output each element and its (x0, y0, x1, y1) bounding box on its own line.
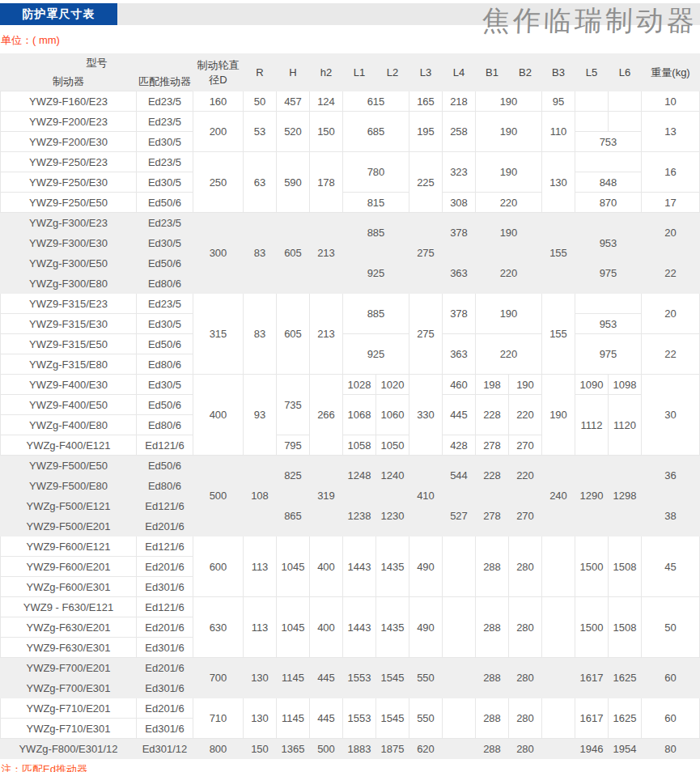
table-row: YWZ9-F250/E50Ed50/681530822087017 (1, 193, 700, 213)
thruster-cell: Ed80/6 (137, 354, 193, 375)
value-cell: 150 (244, 739, 277, 759)
value-cell: 605 (277, 294, 310, 375)
value-cell: 228 (476, 395, 509, 435)
value-cell: 53 (244, 112, 277, 152)
header-col-R: R (244, 54, 277, 91)
value-cell: 50 (244, 91, 277, 112)
thruster-cell: Ed121/6 (137, 496, 193, 516)
header-col-L1: L1 (343, 54, 376, 91)
thruster-cell: Ed201/6 (137, 658, 193, 678)
model-cell: YWZ9-F700/E201 (1, 658, 137, 678)
header-col-L6: L6 (609, 54, 642, 91)
value-cell: 710 (193, 698, 244, 739)
value-cell: 975 (575, 334, 642, 375)
model-cell: YWZ9-F200/E23 (1, 112, 137, 132)
value-cell: 218 (443, 91, 476, 112)
value-cell: 520 (277, 112, 310, 152)
value-cell: 825 (277, 456, 310, 496)
value-cell: 500 (193, 456, 244, 537)
value-cell (542, 597, 575, 658)
value-cell (542, 537, 575, 597)
thruster-cell: Ed50/6 (137, 334, 193, 354)
value-cell: 280 (509, 597, 542, 658)
value-cell: 600 (193, 537, 244, 597)
value-cell: 113 (244, 597, 277, 658)
table-row: YWZ9-F700/E201Ed201/67001301145445155315… (1, 658, 700, 678)
value-cell: 445 (310, 698, 343, 739)
value-cell: 280 (509, 537, 542, 597)
thruster-cell: Ed30/5 (137, 233, 193, 253)
value-cell: 280 (509, 739, 542, 759)
value-cell: 400 (193, 375, 244, 456)
thruster-cell: Ed201/6 (137, 698, 193, 719)
value-cell: 445 (443, 395, 476, 435)
value-cell: 865 (277, 496, 310, 537)
value-cell: 178 (310, 152, 343, 213)
thruster-cell: Ed50/6 (137, 253, 193, 274)
value-cell: 700 (193, 658, 244, 698)
value-cell: 1545 (376, 698, 409, 739)
thruster-cell: Ed301/6 (137, 678, 193, 698)
table-row: YWZ9-F315/E23Ed23/5315836052138852753781… (1, 294, 700, 314)
value-cell: 225 (409, 152, 443, 213)
value-cell: 780 (343, 152, 409, 193)
table-row: YWZ9-F200/E23Ed23/5200535201506851952581… (1, 112, 700, 132)
thruster-cell: Ed121/6 (137, 597, 193, 617)
value-cell: 1045 (277, 597, 310, 658)
thruster-cell: Ed23/5 (137, 112, 193, 132)
table-row: YWZg-F300/E23Ed23/5300836052138852753781… (1, 213, 700, 233)
value-cell: 1145 (277, 658, 310, 698)
thruster-cell: Ed23/5 (137, 294, 193, 314)
header-col-L3: L3 (409, 54, 443, 91)
value-cell: 795 (277, 435, 310, 456)
value-cell: 16 (642, 152, 700, 193)
value-cell: 83 (244, 213, 277, 294)
table-header: 型号 制动轮直 径D R H h2 L1 L2 L3 L4 B1 B2 B3 L… (1, 54, 700, 91)
model-cell: YWZ9-F200/E30 (1, 132, 137, 152)
header-col-L5: L5 (575, 54, 609, 91)
value-cell: 270 (509, 496, 542, 537)
value-cell: 885 (343, 294, 409, 334)
value-cell: 1946 (575, 739, 609, 759)
value-cell: 288 (476, 698, 509, 739)
page: 防护罩尺寸表 焦作临瑞制动器 单位：( mm) 型号 制动轮直 径D R H h… (0, 3, 700, 772)
value-cell: 190 (542, 375, 575, 456)
value-cell: 155 (542, 213, 575, 294)
thruster-cell: Ed80/6 (137, 274, 193, 294)
value-cell: 953 (575, 233, 642, 253)
value-cell (575, 112, 609, 132)
value-cell: 155 (542, 294, 575, 375)
value-cell: 1617 (575, 698, 609, 739)
value-cell: 220 (509, 395, 542, 435)
table-row: YWZ9-F250/E23Ed23/5250635901787802253231… (1, 152, 700, 172)
value-cell: 400 (310, 537, 343, 597)
thruster-cell: Ed50/6 (137, 456, 193, 476)
value-cell: 288 (476, 739, 509, 759)
value-cell: 190 (476, 213, 542, 253)
value-cell (575, 294, 642, 314)
value-cell (542, 658, 575, 698)
value-cell: 1240 (376, 456, 409, 496)
value-cell: 63 (244, 152, 277, 213)
thruster-cell: Ed50/6 (137, 395, 193, 415)
value-cell: 220 (509, 456, 542, 496)
model-cell: YWZg-F400/E80 (1, 415, 137, 435)
value-cell: 195 (409, 112, 443, 152)
value-cell: 925 (343, 334, 409, 375)
thruster-cell: Ed121/6 (137, 537, 193, 557)
thruster-cell: Ed50/6 (137, 193, 193, 213)
header-diameter: 制动轮直 径D (193, 54, 244, 91)
header-col-B2: B2 (509, 54, 542, 91)
value-cell: 60 (642, 698, 700, 739)
value-cell: 1883 (343, 739, 376, 759)
value-cell: 93 (244, 375, 277, 456)
value-cell: 363 (443, 253, 476, 294)
value-cell: 1625 (609, 658, 642, 698)
model-cell: YWZ9-F300/E30 (1, 233, 137, 253)
value-cell (542, 698, 575, 739)
header-model-group: 型号 (1, 54, 193, 73)
value-cell: 363 (443, 334, 476, 375)
model-cell: YWZ9-F160/E23 (1, 91, 137, 112)
table-body: YWZ9-F160/E23Ed23/5160504571246151652181… (1, 91, 700, 759)
table-row: YWZ9-F315/E50Ed50/692536322097522 (1, 334, 700, 354)
